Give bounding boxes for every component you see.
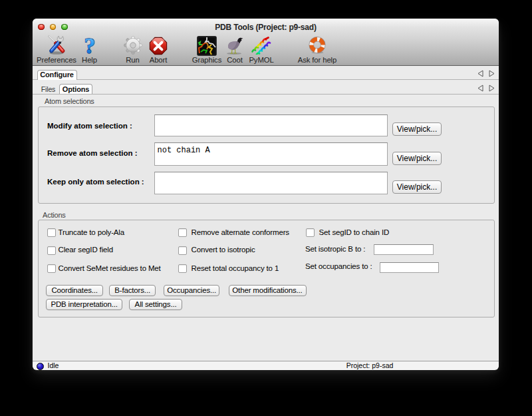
svg-text:?: ?: [84, 35, 95, 56]
